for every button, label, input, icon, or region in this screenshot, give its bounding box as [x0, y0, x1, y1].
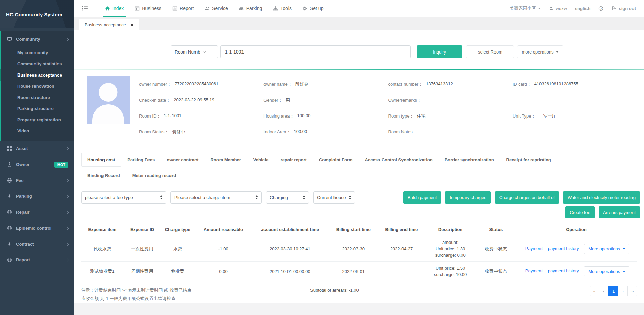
table-row: 代收水费 一次性费用 水费 -1.00 2022-03-30 10:27:41 …	[81, 236, 637, 262]
tab-repair-report[interactable]: repair report	[275, 153, 313, 167]
sidebar-item-repair[interactable]: Repair	[0, 204, 74, 220]
page-last-button[interactable]: »	[627, 286, 637, 296]
tab-binding-record[interactable]: Binding Record	[81, 169, 126, 183]
owner-field: Room ID：1-1-1001	[139, 113, 263, 119]
payment-history-link[interactable]: payment history	[548, 246, 579, 251]
nav-item-business[interactable]: Business	[129, 0, 167, 17]
select-arrows-icon	[255, 195, 258, 200]
nav-item-index[interactable]: Index	[99, 0, 129, 17]
sidebar-item-asset[interactable]: Asset	[0, 141, 74, 156]
chevron-right-icon	[66, 211, 69, 213]
page-prev-button[interactable]: ‹	[599, 286, 609, 296]
owner-field: Room Status：装修中	[139, 129, 263, 135]
sidebar-item-owner[interactable]: Owner HOT	[0, 156, 74, 172]
sidebar-item-property-registration[interactable]: Property registration	[1, 114, 74, 125]
sidebar-item-fee[interactable]: Fee	[0, 172, 74, 188]
app-logo: HC Community System	[0, 0, 74, 28]
arrears-subtotal: Subtotal of arrears: -1.00	[310, 288, 359, 293]
tab-business-acceptance[interactable]: Business acceptance ×	[79, 19, 139, 30]
app-title: HC Community System	[6, 12, 62, 17]
close-icon[interactable]: ×	[131, 22, 134, 27]
tab-barrier-sync[interactable]: Barrier synchronization	[439, 153, 500, 167]
owner-info-section: owner number：772022032285430061 owner na…	[74, 70, 644, 140]
batch-payment-button[interactable]: Batch payment	[403, 191, 441, 204]
menu-toggle-button[interactable]	[78, 0, 92, 17]
signout-button[interactable]: sign out	[612, 6, 636, 11]
payment-history-link[interactable]: payment history	[548, 268, 579, 273]
tab-access-control-sync[interactable]: Access Control Synchronization	[359, 153, 439, 167]
sidebar-item-community[interactable]: Community	[1, 31, 74, 47]
sidebar-group-community-wrapper: Community My community Community statist…	[0, 31, 74, 141]
select-room-button[interactable]: select Room	[466, 45, 514, 58]
help-button[interactable]	[598, 6, 603, 11]
sidebar-item-contract[interactable]: Contract	[0, 236, 74, 252]
table-header-row: Expense item Expense ID Charge type Amou…	[81, 223, 637, 236]
page-1-button[interactable]: 1	[608, 286, 618, 296]
hot-badge: HOT	[54, 162, 68, 168]
user-menu[interactable]: wuxw	[549, 6, 567, 11]
create-fee-button[interactable]: Create fee	[565, 206, 595, 218]
chevron-right-icon	[66, 227, 69, 229]
sidebar-item-room-structure[interactable]: Room structure	[1, 92, 74, 103]
fee-table-wrapper: Expense item Expense ID Charge type Amou…	[74, 223, 644, 281]
charge-item-select[interactable]: Please select a charge item	[170, 191, 262, 204]
row-more-operations-dropdown[interactable]: More operations	[584, 266, 629, 276]
nav-item-tools[interactable]: Tools	[268, 0, 297, 17]
house-scope-select[interactable]: Current house	[313, 191, 355, 204]
sidebar-submenu-community: My community Community statistics Busine…	[1, 47, 74, 141]
home-icon	[105, 6, 110, 11]
select-arrows-icon	[160, 195, 163, 200]
search-category-select[interactable]: Room Number	[171, 45, 218, 58]
description-cell: Unit price: 1.50 surcharge: 10.00	[424, 262, 477, 281]
sidebar-item-video[interactable]: Video	[1, 125, 74, 136]
sidebar-item-epidemic-control[interactable]: Epidemic control	[0, 220, 74, 236]
tab-meter-reading-record[interactable]: Meter reading record	[126, 169, 182, 183]
tab-complaint-form[interactable]: Complaint Form	[313, 153, 359, 167]
community-selector[interactable]: 美满家园小区	[509, 5, 541, 12]
fee-type-select[interactable]: please select a fee type	[81, 191, 166, 204]
select-arrows-icon	[303, 195, 305, 200]
sidebar-item-parking-structure[interactable]: Parking structure	[1, 103, 74, 114]
nav-item-service[interactable]: Service	[199, 0, 233, 17]
page-first-button[interactable]: «	[590, 286, 599, 296]
globe-icon	[7, 257, 12, 262]
nav-item-parking[interactable]: Parking	[233, 0, 268, 17]
sidebar-item-my-community[interactable]: My community	[1, 47, 74, 58]
sidebar-item-house-renovation[interactable]: House renovation	[1, 81, 74, 92]
menu-icon	[82, 5, 88, 12]
select-arrows-icon	[349, 195, 351, 200]
open-tabs-strip: Business acceptance ×	[74, 17, 644, 30]
language-switch[interactable]: english	[575, 6, 591, 11]
caret-down-icon	[623, 248, 625, 250]
row-more-operations-dropdown[interactable]: More operations	[584, 244, 629, 254]
sidebar-item-business-acceptance[interactable]: Business acceptance	[1, 69, 74, 81]
arrears-payment-button[interactable]: Arrears payment	[599, 206, 640, 218]
tab-parking-fees[interactable]: Parking Fees	[121, 153, 161, 167]
temporary-charges-button[interactable]: temporary charges	[445, 191, 490, 204]
nav-item-setup[interactable]: Set up	[297, 0, 329, 17]
gear-icon	[302, 6, 307, 11]
page-next-button[interactable]: ›	[618, 286, 628, 296]
more-operations-dropdown[interactable]: more operations	[517, 45, 564, 58]
operation-cell: Payment payment history More operations	[515, 236, 637, 262]
payment-link[interactable]: Payment	[525, 268, 543, 273]
tab-vehicle[interactable]: Vehicle	[247, 153, 275, 167]
tab-room-member[interactable]: Room Member	[204, 153, 247, 167]
meter-reading-button[interactable]: Water and electricity meter reading	[563, 191, 640, 204]
payment-link[interactable]: Payment	[525, 246, 543, 251]
charging-status-select[interactable]: Charging	[266, 191, 309, 204]
chevron-right-icon	[66, 258, 69, 261]
operation-cell: Payment payment history More operations	[515, 262, 637, 281]
tab-receipt-reprinting[interactable]: Receipt for reprinting	[500, 153, 557, 167]
tab-owner-contract[interactable]: owner contract	[161, 153, 204, 167]
nav-item-report[interactable]: Report	[167, 0, 199, 17]
room-search-input[interactable]	[220, 45, 411, 58]
charge-on-behalf-button[interactable]: Charge charges on behalf of	[495, 191, 559, 204]
globe-icon	[7, 226, 12, 231]
tab-housing-cost[interactable]: Housing cost	[81, 153, 121, 167]
sidebar-item-parking[interactable]: Parking	[0, 188, 74, 204]
sidebar-item-community-statistics[interactable]: Community statistics	[1, 58, 74, 69]
inquiry-button[interactable]: Inquiry	[417, 45, 462, 58]
owner-field: Room type：住宅	[388, 113, 513, 119]
sidebar-item-report[interactable]: Report	[0, 252, 74, 268]
